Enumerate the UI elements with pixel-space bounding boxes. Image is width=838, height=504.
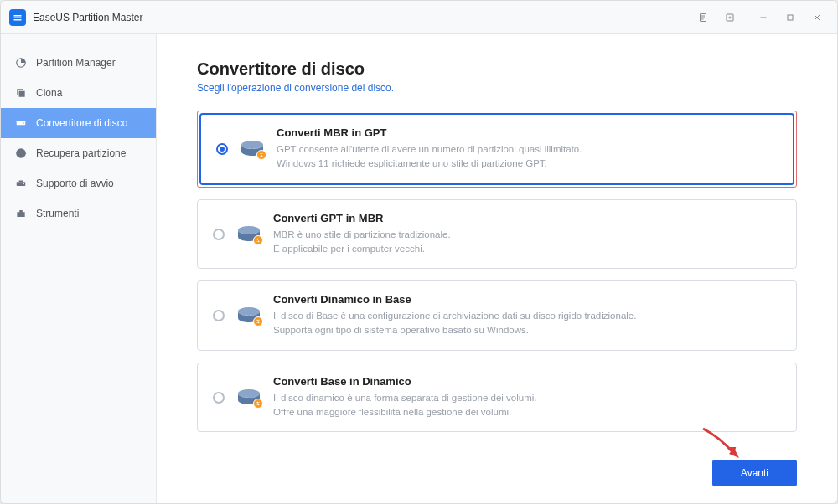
svg-point-14 (238, 389, 260, 398)
svg-rect-1 (727, 14, 733, 21)
sidebar-item-label: Partition Manager (36, 57, 116, 69)
bootable-icon (14, 177, 28, 190)
sidebar-item-clone[interactable]: Clona (1, 78, 156, 108)
app-icon (9, 9, 26, 26)
radio-icon[interactable] (213, 229, 225, 240)
option-text: Converti Base in Dinamico Il disco dinam… (273, 375, 781, 420)
titlebar: EaseUS Partition Master (1, 1, 837, 34)
footer: Avanti (197, 448, 797, 486)
recovery-icon (14, 147, 28, 160)
sidebar-item-tools[interactable]: Strumenti (1, 198, 156, 229)
radio-icon[interactable] (213, 392, 225, 404)
svg-point-2 (729, 17, 731, 18)
radio-icon[interactable] (213, 310, 225, 321)
option-desc: MBR è uno stile di partizione tradiziona… (273, 228, 781, 257)
sidebar-item-label: Strumenti (36, 208, 79, 219)
sidebar-item-disk-converter[interactable]: Convertitore di disco (1, 108, 156, 138)
option-text: Converti GPT in MBR MBR è uno stile di p… (273, 212, 781, 257)
next-button[interactable]: Avanti (712, 460, 797, 486)
toolbox-icon (14, 207, 28, 220)
convert-badge-icon (253, 235, 263, 245)
disk-drive-icon (240, 140, 265, 158)
svg-point-13 (238, 307, 260, 316)
convert-badge-icon (253, 399, 263, 409)
option-mbr-to-gpt-highlight: Converti MBR in GPT GPT consente all'ute… (197, 111, 797, 188)
sidebar-item-partition-recovery[interactable]: Recupera partizione (1, 138, 156, 168)
page-title: Convertitore di disco (197, 59, 797, 79)
sidebar-item-label: Clona (36, 87, 62, 99)
disk-drive-icon (236, 388, 261, 407)
svg-point-12 (238, 226, 260, 234)
close-icon[interactable] (805, 6, 829, 29)
sidebar-item-bootable-media[interactable]: Supporto di avvio (1, 168, 156, 198)
app-title: EaseUS Partition Master (33, 12, 142, 23)
svg-point-10 (23, 183, 24, 184)
titlebar-left: EaseUS Partition Master (9, 9, 142, 26)
pie-icon (14, 56, 28, 69)
option-text: Converti MBR in GPT GPT consente all'ute… (277, 126, 778, 172)
option-title: Converti GPT in MBR (273, 212, 781, 224)
option-desc: Il disco di Base è una configurazione di… (273, 309, 781, 338)
options-list: Converti MBR in GPT GPT consente all'ute… (197, 111, 797, 432)
svg-point-11 (241, 141, 263, 149)
option-gpt-to-mbr[interactable]: Converti GPT in MBR MBR è uno stile di p… (197, 199, 797, 270)
option-desc: Il disco dinamico è una forma separata d… (273, 391, 781, 420)
option-title: Converti MBR in GPT (277, 126, 778, 139)
option-mbr-to-gpt[interactable]: Converti MBR in GPT GPT consente all'ute… (199, 113, 794, 185)
clone-icon (14, 86, 28, 100)
option-basic-to-dynamic[interactable]: Converti Base in Dinamico Il disco dinam… (197, 363, 797, 433)
main-content: Convertitore di disco Scegli l'operazion… (157, 34, 837, 503)
titlebar-right (691, 6, 829, 29)
disk-icon (14, 116, 28, 130)
minimize-icon[interactable] (752, 6, 775, 29)
sidebar-item-label: Recupera partizione (36, 147, 126, 159)
option-text: Converti Dinamico in Base Il disco di Ba… (273, 293, 781, 338)
option-title: Converti Dinamico in Base (273, 293, 781, 306)
disk-drive-icon (236, 306, 261, 325)
radio-checked-icon[interactable] (216, 143, 228, 155)
sidebar-item-label: Convertitore di disco (36, 117, 127, 129)
svg-rect-4 (788, 15, 793, 20)
convert-badge-icon (256, 150, 266, 160)
disk-drive-icon (236, 225, 261, 244)
app-body: Partition Manager Clona Convertitore di … (1, 34, 837, 503)
convert-badge-icon (253, 316, 263, 327)
notes-icon[interactable] (691, 6, 715, 29)
svg-point-8 (23, 122, 24, 123)
sidebar: Partition Manager Clona Convertitore di … (1, 34, 157, 503)
maximize-icon[interactable] (779, 6, 802, 29)
option-title: Converti Base in Dinamico (273, 375, 781, 388)
option-dynamic-to-basic[interactable]: Converti Dinamico in Base Il disco di Ba… (197, 280, 797, 351)
option-desc: GPT consente all'utente di avere un nume… (277, 142, 778, 172)
app-window: EaseUS Partition Master (0, 0, 838, 504)
sidebar-item-label: Supporto di avvio (36, 177, 114, 189)
settings-icon[interactable] (718, 6, 742, 29)
page-subtitle: Scegli l'operazione di conversione del d… (197, 82, 797, 94)
sidebar-item-partition-manager[interactable]: Partition Manager (1, 48, 156, 78)
